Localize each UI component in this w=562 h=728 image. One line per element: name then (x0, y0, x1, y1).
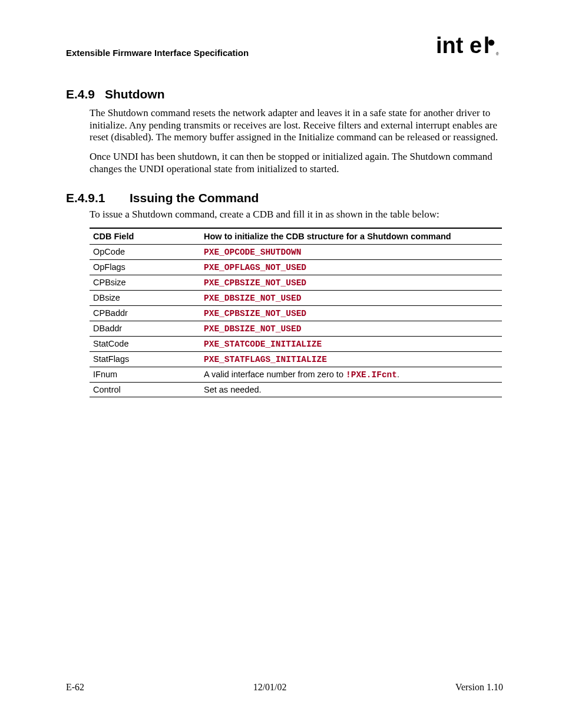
table-row: StatCodePXE_STATCODE_INITIALIZE (90, 337, 502, 352)
cdb-field-name: Control (90, 383, 200, 397)
code-value: PXE_CPBSIZE_NOT_USED (204, 278, 306, 288)
svg-text:®: ® (496, 52, 499, 56)
cdb-field-value: PXE_OPCODE_SHUTDOWN (200, 245, 502, 260)
cdb-field-value: PXE_CPBSIZE_NOT_USED (200, 306, 502, 321)
table-head-desc: How to initialize the CDB structure for … (200, 228, 502, 245)
subsection-title: Issuing the Command (130, 191, 259, 205)
subsection-number: E.4.9.1 (66, 191, 130, 205)
table-head-field: CDB Field (90, 228, 200, 245)
page-header: Extensible Firmware Interface Specificat… (66, 35, 503, 60)
cdb-field-name: StatCode (90, 337, 200, 352)
code-value: PXE_STATFLAGS_INITIALIZE (204, 355, 327, 364)
table-row: ControlSet as needed. (90, 383, 502, 397)
subsection-heading: E.4.9.1Issuing the Command (66, 191, 503, 205)
cdb-field-name: CPBsize (90, 275, 200, 291)
code-value: !PXE.IFcnt (346, 370, 397, 380)
cdb-field-name: IFnum (90, 367, 200, 383)
cdb-field-value: PXE_STATCODE_INITIALIZE (200, 337, 502, 352)
section-heading: E.4.9Shutdown (66, 87, 503, 101)
table-row: StatFlagsPXE_STATFLAGS_INITIALIZE (90, 352, 502, 367)
text-value: Set as needed. (204, 385, 262, 394)
code-value: PXE_OPCODE_SHUTDOWN (204, 248, 301, 257)
cdb-table: CDB Field How to initialize the CDB stru… (90, 228, 502, 397)
svg-text:int: int (436, 35, 464, 58)
cdb-field-value: PXE_STATFLAGS_INITIALIZE (200, 352, 502, 367)
cdb-field-value: Set as needed. (200, 383, 502, 397)
cdb-field-name: StatFlags (90, 352, 200, 367)
cdb-field-name: OpFlags (90, 260, 200, 275)
code-value: PXE_STATCODE_INITIALIZE (204, 340, 322, 349)
table-header-row: CDB Field How to initialize the CDB stru… (90, 228, 502, 245)
cdb-field-name: DBaddr (90, 321, 200, 337)
cdb-field-value: PXE_OPFLAGS_NOT_USED (200, 260, 502, 275)
footer-page-num: E-62 (66, 682, 84, 693)
section-number: E.4.9 (66, 87, 105, 101)
cdb-field-value: PXE_DBSIZE_NOT_USED (200, 321, 502, 337)
footer-version: Version 1.10 (455, 682, 503, 693)
cdb-field-name: OpCode (90, 245, 200, 260)
page: Extensible Firmware Interface Specificat… (0, 0, 562, 728)
table-row: DBaddrPXE_DBSIZE_NOT_USED (90, 321, 502, 337)
table-row: CPBaddrPXE_CPBSIZE_NOT_USED (90, 306, 502, 321)
table-row: OpFlagsPXE_OPFLAGS_NOT_USED (90, 260, 502, 275)
cdb-field-name: DBsize (90, 291, 200, 306)
cdb-field-value: A valid interface number from zero to !P… (200, 367, 502, 383)
page-footer: E-62 12/01/02 Version 1.10 (66, 682, 503, 693)
code-value: PXE_OPFLAGS_NOT_USED (204, 263, 306, 272)
code-value: PXE_DBSIZE_NOT_USED (204, 324, 301, 334)
cdb-field-value: PXE_DBSIZE_NOT_USED (200, 291, 502, 306)
table-row: CPBsizePXE_CPBSIZE_NOT_USED (90, 275, 502, 291)
doc-title: Extensible Firmware Interface Specificat… (66, 48, 249, 60)
intel-logo: int e l ® (436, 35, 503, 60)
svg-point-3 (488, 39, 494, 45)
section-paragraph-1: The Shutdown command resets the network … (90, 107, 503, 144)
svg-text:e: e (470, 35, 482, 58)
table-row: IFnumA valid interface number from zero … (90, 367, 502, 383)
code-value: PXE_CPBSIZE_NOT_USED (204, 309, 306, 318)
footer-date: 12/01/02 (253, 682, 287, 693)
cdb-field-name: CPBaddr (90, 306, 200, 321)
subsection-intro: To issue a Shutdown command, create a CD… (90, 209, 503, 221)
text-value: A valid interface number from zero to (204, 370, 346, 379)
table-row: DBsizePXE_DBSIZE_NOT_USED (90, 291, 502, 306)
text-value: . (397, 370, 399, 379)
cdb-field-value: PXE_CPBSIZE_NOT_USED (200, 275, 502, 291)
svg-text:l: l (484, 35, 490, 58)
table-row: OpCodePXE_OPCODE_SHUTDOWN (90, 245, 502, 260)
code-value: PXE_DBSIZE_NOT_USED (204, 294, 301, 303)
section-paragraph-2: Once UNDI has been shutdown, it can then… (90, 151, 503, 175)
section-title: Shutdown (105, 87, 164, 101)
